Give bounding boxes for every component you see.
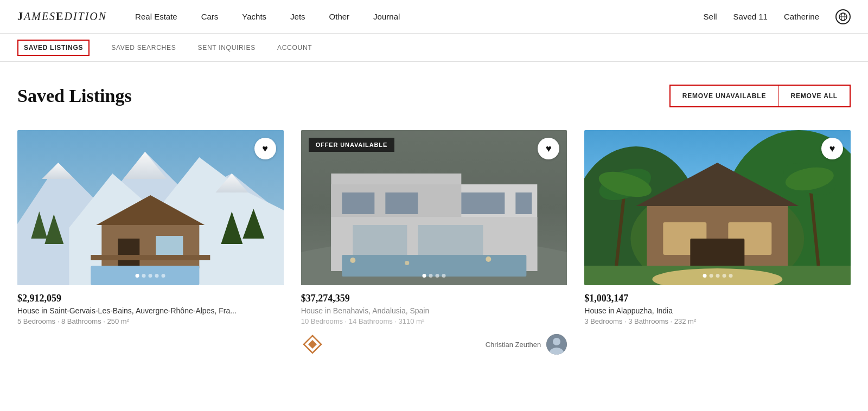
listing-details: 5 Bedrooms · 8 Bathrooms · 250 m²: [17, 317, 284, 325]
nav-yachts[interactable]: Yachts: [242, 12, 266, 21]
listing-image-wrap-unavailable: OFFER UNAVAILABLE ♥: [301, 130, 567, 285]
nav-right: Sell Saved 11 Catherine: [704, 9, 851, 24]
nav-user[interactable]: Catherine: [784, 12, 819, 21]
listing-image-wrap: ♥: [17, 130, 284, 285]
site-logo[interactable]: JAMESEDITION: [17, 10, 107, 23]
listing-image-1: [17, 130, 284, 285]
offer-unavailable-badge: OFFER UNAVAILABLE: [309, 138, 395, 152]
listing-image-wrap: ♥: [584, 130, 851, 285]
nav-saved[interactable]: Saved 11: [733, 12, 768, 21]
heart-icon: ♥: [546, 143, 552, 155]
unavailable-overlay: [301, 130, 567, 285]
nav-globe-button[interactable]: [835, 9, 851, 24]
listings-grid: ♥ $2,912,059 House in Saint-Gervais-Les-…: [17, 130, 851, 356]
dot: [429, 274, 432, 278]
page-title: Saved Listings: [17, 86, 132, 106]
listing-dots-2: [422, 274, 445, 278]
listing-price: $2,912,059: [17, 293, 284, 304]
tab-saved-searches[interactable]: SAVED SEARCHES: [111, 41, 176, 55]
listing-card[interactable]: ♥ $1,003,147 House in Alappuzha, India 3…: [584, 130, 851, 356]
agent-avatar: [546, 334, 567, 355]
listing-dots-1: [136, 274, 165, 278]
nav-cars[interactable]: Cars: [201, 12, 219, 21]
tab-sent-inquiries[interactable]: SENT INQUIRIES: [197, 41, 256, 55]
dot: [142, 274, 146, 278]
agent-name: Christian Zeuthen: [486, 341, 541, 349]
dot: [162, 274, 165, 278]
listing-title: House in Benahavis, Andalusia, Spain: [301, 306, 567, 315]
action-buttons-group: REMOVE UNAVAILABLE REMOVE ALL: [669, 85, 851, 107]
svg-rect-15: [118, 239, 139, 268]
dot: [722, 274, 726, 278]
content-header: Saved Listings REMOVE UNAVAILABLE REMOVE…: [17, 85, 851, 107]
heart-button[interactable]: ♥: [821, 138, 843, 159]
dot: [435, 274, 439, 278]
nav-links: Real Estate Cars Yachts Jets Other Journ…: [135, 12, 703, 21]
dot: [149, 274, 152, 278]
dot: [729, 274, 732, 278]
listing-info: $2,912,059 House in Saint-Gervais-Les-Ba…: [17, 285, 284, 325]
listing-title: House in Alappuzha, India: [584, 306, 851, 315]
tab-account[interactable]: ACCOUNT: [277, 41, 312, 55]
dot: [422, 274, 426, 278]
heart-icon: ♥: [262, 143, 268, 155]
agent-avatar-icon: [546, 334, 567, 355]
nav-sell[interactable]: Sell: [704, 12, 717, 21]
heart-button[interactable]: ♥: [254, 138, 276, 159]
remove-unavailable-button[interactable]: REMOVE UNAVAILABLE: [671, 87, 778, 105]
listing-price: $37,274,359: [301, 293, 567, 304]
listing-details: 10 Bedrooms · 14 Bathrooms · 3110 m²: [301, 317, 567, 325]
listing-dots-3: [703, 274, 732, 278]
dot: [703, 274, 706, 278]
dot: [709, 274, 713, 278]
listing-agent: Christian Zeuthen: [301, 333, 567, 356]
heart-icon: ♥: [829, 143, 835, 155]
listing-image-3: [584, 130, 851, 285]
globe-icon: [839, 12, 847, 21]
dot: [136, 274, 139, 278]
agent-logo-icon: [302, 333, 323, 355]
main-nav: JAMESEDITION Real Estate Cars Yachts Jet…: [0, 0, 868, 34]
nav-real-estate[interactable]: Real Estate: [135, 12, 177, 21]
svg-point-39: [553, 338, 560, 345]
svg-rect-13: [101, 225, 199, 268]
svg-rect-17: [91, 255, 210, 260]
listing-card[interactable]: OFFER UNAVAILABLE ♥ $37,274,359 House in…: [301, 130, 567, 356]
listing-card[interactable]: ♥ $2,912,059 House in Saint-Gervais-Les-…: [17, 130, 284, 356]
dot: [716, 274, 719, 278]
agent-logo: [301, 333, 324, 356]
nav-other[interactable]: Other: [329, 12, 350, 21]
tab-saved-listings[interactable]: SAVED LISTINGS: [17, 40, 90, 56]
listing-info: $1,003,147 House in Alappuzha, India 3 B…: [584, 285, 851, 325]
svg-rect-16: [156, 236, 183, 255]
listing-price: $1,003,147: [584, 293, 851, 304]
remove-all-button[interactable]: REMOVE ALL: [778, 87, 850, 105]
listing-info: $37,274,359 House in Benahavis, Andalusi…: [301, 285, 567, 356]
dot: [442, 274, 445, 278]
tabs-bar: SAVED LISTINGS SAVED SEARCHES SENT INQUI…: [0, 34, 868, 62]
nav-journal[interactable]: Journal: [373, 12, 400, 21]
svg-marker-37: [308, 340, 317, 349]
dot: [155, 274, 159, 278]
nav-jets[interactable]: Jets: [290, 12, 305, 21]
listing-details: 3 Bedrooms · 3 Bathrooms · 232 m²: [584, 317, 851, 325]
listing-title: House in Saint-Gervais-Les-Bains, Auverg…: [17, 306, 284, 315]
content-area: Saved Listings REMOVE UNAVAILABLE REMOVE…: [0, 62, 868, 388]
